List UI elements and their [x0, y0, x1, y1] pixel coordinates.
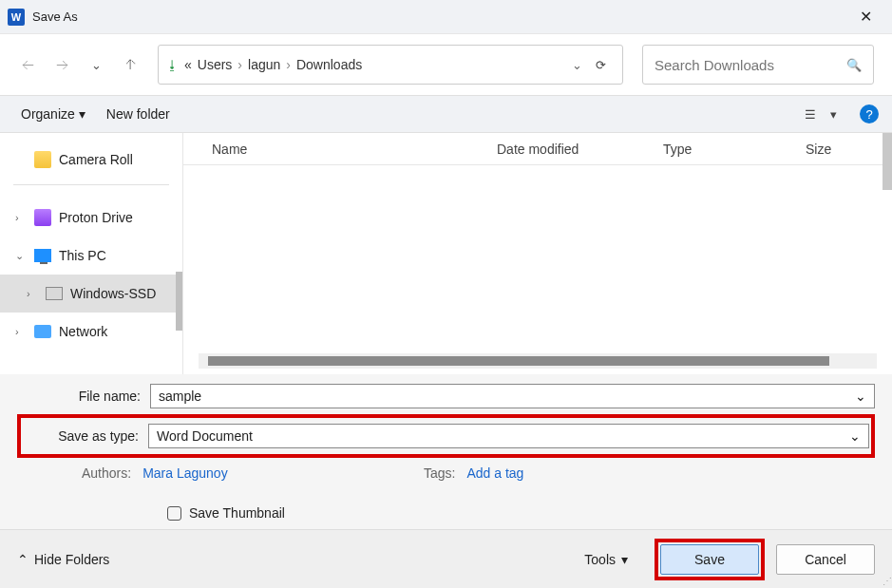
- authors-label: Authors:: [82, 465, 131, 481]
- chevron-down-icon: ▾: [830, 107, 837, 122]
- word-app-icon: W: [8, 9, 25, 26]
- chevron-down-icon: ▾: [79, 106, 85, 122]
- chevron-down-icon[interactable]: ⌄: [855, 389, 866, 404]
- sidebar-item-label: Proton Drive: [59, 210, 133, 225]
- view-options[interactable]: ☰ ▾: [805, 107, 837, 122]
- crumb-downloads[interactable]: Downloads: [296, 57, 362, 72]
- filename-label: File name:: [17, 389, 150, 404]
- sidebar-item-network[interactable]: › Network: [0, 313, 182, 351]
- address-bar[interactable]: ⭳ « Users › lagun › Downloads ⌄ ⟳: [158, 45, 623, 85]
- chevron-right-icon[interactable]: ›: [15, 212, 27, 223]
- breadcrumb[interactable]: « Users › lagun › Downloads: [184, 57, 568, 72]
- up-button[interactable]: 🡡: [116, 50, 144, 79]
- chevron-right-icon: ›: [237, 57, 242, 72]
- forward-button[interactable]: 🡢: [47, 50, 76, 79]
- cancel-button[interactable]: Cancel: [776, 544, 875, 575]
- close-button[interactable]: ✕: [846, 2, 884, 32]
- downloads-icon: ⭳: [166, 58, 179, 72]
- savetype-dropdown[interactable]: Word Document ⌄: [148, 424, 869, 448]
- chevron-down-icon[interactable]: ⌄: [15, 250, 27, 262]
- save-as-type-highlight: Save as type: Word Document ⌄: [17, 414, 875, 458]
- disk-icon: [46, 287, 63, 300]
- new-folder-button[interactable]: New folder: [99, 103, 178, 125]
- authors-value[interactable]: Mara Lagunoy: [142, 465, 228, 481]
- sidebar-item-proton-drive[interactable]: › Proton Drive: [0, 199, 182, 237]
- tags-value[interactable]: Add a tag: [466, 465, 523, 481]
- chevron-right-icon: ›: [286, 57, 291, 72]
- vertical-scrollbar[interactable]: [883, 133, 892, 190]
- horizontal-scrollbar-thumb[interactable]: [208, 356, 829, 366]
- tags-label: Tags:: [424, 465, 455, 481]
- savetype-label: Save as type:: [23, 428, 148, 444]
- help-button[interactable]: ?: [860, 104, 879, 123]
- column-type[interactable]: Type: [663, 142, 806, 157]
- chevron-down-icon: ▾: [621, 552, 628, 567]
- sidebar-item-label: Camera Roll: [59, 152, 133, 167]
- chevron-right-icon[interactable]: ›: [15, 326, 27, 337]
- resize-grip[interactable]: ⋰: [883, 576, 890, 586]
- refresh-button[interactable]: ⟳: [586, 58, 615, 72]
- sidebar-item-this-pc[interactable]: ⌄ This PC: [0, 237, 182, 275]
- folder-icon: [34, 151, 51, 168]
- sidebar-scrollbar[interactable]: [176, 272, 182, 331]
- crumb-users[interactable]: Users: [198, 57, 233, 72]
- save-button-highlight: Save: [655, 539, 765, 580]
- sidebar-item-camera-roll[interactable]: Camera Roll: [0, 141, 182, 179]
- pc-icon: [34, 249, 51, 262]
- column-name[interactable]: Name: [183, 142, 497, 157]
- tools-menu[interactable]: Tools▾: [584, 552, 628, 567]
- search-box[interactable]: 🔍: [642, 45, 874, 85]
- save-thumbnail-checkbox[interactable]: [167, 506, 181, 521]
- horizontal-scrollbar-track[interactable]: [199, 353, 877, 369]
- chevron-up-icon: ⌃: [17, 552, 28, 567]
- network-icon: [34, 325, 51, 338]
- organize-menu[interactable]: Organize▾: [13, 103, 93, 125]
- crumb-overflow[interactable]: «: [184, 57, 192, 72]
- chevron-down-icon[interactable]: ⌄: [849, 428, 861, 444]
- filename-value: sample: [159, 389, 201, 404]
- window-title: Save As: [32, 9, 78, 24]
- recent-dropdown[interactable]: ⌄: [82, 50, 110, 79]
- chevron-right-icon[interactable]: ›: [27, 288, 38, 299]
- column-date-modified[interactable]: Date modified: [497, 142, 663, 157]
- sidebar-item-windows-ssd[interactable]: › Windows-SSD: [0, 275, 182, 313]
- savetype-value: Word Document: [157, 428, 253, 444]
- address-dropdown[interactable]: ⌄: [572, 58, 582, 72]
- file-list-pane: Name Date modified Type Size: [182, 133, 892, 374]
- navigation-pane: Camera Roll › Proton Drive ⌄ This PC › W…: [0, 133, 182, 374]
- sidebar-item-label: This PC: [59, 248, 106, 263]
- file-list-empty: [183, 165, 892, 351]
- save-thumbnail-label: Save Thumbnail: [189, 505, 285, 521]
- save-button[interactable]: Save: [660, 544, 759, 575]
- column-size[interactable]: Size: [806, 142, 892, 157]
- sidebar-item-label: Windows-SSD: [70, 286, 156, 301]
- filename-input[interactable]: sample ⌄: [150, 384, 875, 408]
- list-icon: ☰: [805, 107, 816, 122]
- sidebar-item-label: Network: [59, 324, 107, 339]
- back-button[interactable]: 🡠: [13, 50, 42, 79]
- crumb-lagun[interactable]: lagun: [248, 57, 280, 72]
- search-input[interactable]: [655, 57, 846, 73]
- drive-icon: [34, 209, 51, 226]
- search-icon[interactable]: 🔍: [846, 58, 862, 72]
- hide-folders-button[interactable]: ⌃ Hide Folders: [17, 552, 109, 567]
